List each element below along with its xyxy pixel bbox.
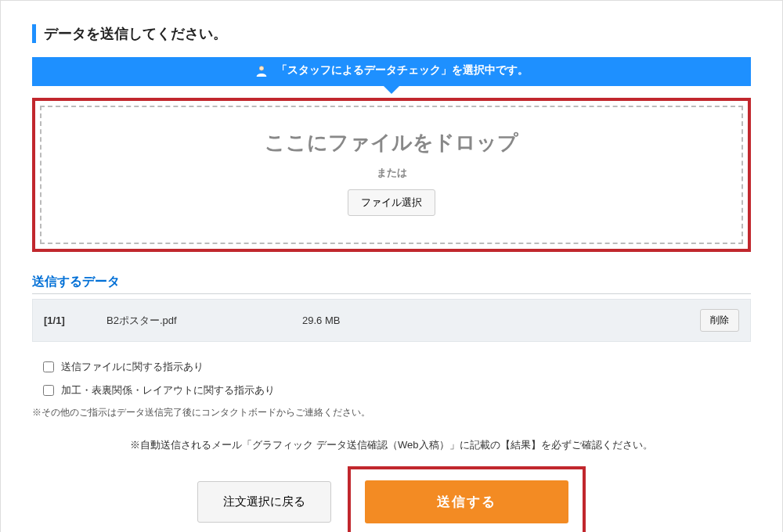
svg-point-1: [259, 66, 264, 70]
file-drop-zone[interactable]: ここにファイルをドロップ または ファイル選択: [40, 106, 743, 244]
checkbox-layout-instructions[interactable]: [43, 385, 54, 396]
banner-pointer-icon: [384, 86, 399, 94]
status-banner-text: 「スタッフによるデータチェック」を選択中です。: [276, 63, 529, 77]
page-title: データを送信してください。: [32, 24, 751, 43]
file-select-button[interactable]: ファイル選択: [348, 189, 435, 216]
file-row: [1/1] B2ポスター.pdf 29.6 MB 削除: [32, 299, 751, 342]
instructions-checkboxes: 送信ファイルに関する指示あり 加工・表裏関係・レイアウトに関する指示あり: [40, 359, 751, 398]
file-name: B2ポスター.pdf: [106, 314, 302, 328]
checkbox-file-instructions-label: 送信ファイルに関する指示あり: [61, 360, 204, 374]
contact-board-note: ※その他のご指示はデータ送信完了後にコンタクトボードからご連絡ください。: [32, 406, 751, 419]
back-button[interactable]: 注文選択に戻る: [197, 481, 331, 523]
checkbox-row-file-instructions[interactable]: 送信ファイルに関する指示あり: [40, 359, 751, 375]
status-banner: 「スタッフによるデータチェック」を選択中です。: [32, 57, 751, 86]
files-section-title: 送信するデータ: [32, 274, 751, 294]
checkbox-layout-instructions-label: 加工・表裏関係・レイアウトに関する指示あり: [61, 383, 275, 397]
dropzone-title: ここにファイルをドロップ: [41, 129, 742, 156]
page-frame: データを送信してください。 「スタッフによるデータチェック」を選択中です。 ここ…: [0, 0, 783, 532]
checkbox-row-layout-instructions[interactable]: 加工・表裏関係・レイアウトに関する指示あり: [40, 383, 751, 398]
action-button-row: 注文選択に戻る 送信する: [32, 466, 751, 532]
submit-highlight: 送信する: [348, 466, 586, 532]
delete-file-button[interactable]: 削除: [700, 309, 739, 332]
dropzone-highlight: ここにファイルをドロップ または ファイル選択: [32, 98, 751, 252]
file-size: 29.6 MB: [302, 315, 700, 326]
staff-icon: [254, 63, 269, 77]
file-index: [1/1]: [44, 315, 106, 326]
email-confirm-note: ※自動送信されるメール「グラフィック データ送信確認（Web入稿）」に記載の【結…: [32, 438, 751, 452]
submit-button[interactable]: 送信する: [365, 480, 568, 523]
dropzone-or-label: または: [41, 166, 742, 180]
checkbox-file-instructions[interactable]: [43, 361, 54, 372]
